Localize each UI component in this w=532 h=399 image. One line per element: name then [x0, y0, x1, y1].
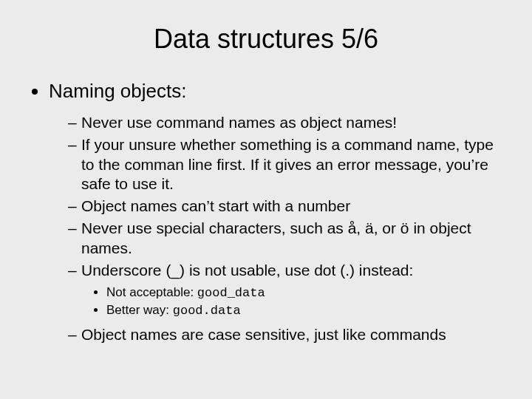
- subdot-item: Better way: good.data: [106, 302, 510, 318]
- dash-item: Never use special characters, such as å,…: [68, 219, 510, 258]
- dash-list: Never use command names as object names!…: [49, 113, 510, 344]
- subdot-label: Better way:: [106, 303, 173, 317]
- top-bullet: Naming objects: Never use command names …: [49, 80, 510, 344]
- dash-item: Object names can’t start with a number: [68, 197, 510, 216]
- dash-item: Underscore (_) is not usable, use dot (.…: [68, 261, 510, 319]
- dash-item-text: Underscore (_) is not usable, use dot (.…: [81, 262, 413, 279]
- subdot-label: Not acceptable:: [106, 285, 197, 299]
- slide-title: Data structures 5/6: [22, 24, 510, 55]
- code-example: good_data: [197, 286, 265, 300]
- dash-item: Object names are case sensitive, just li…: [68, 325, 510, 344]
- code-example: good.data: [173, 304, 241, 318]
- subdot-item: Not acceptable: good_data: [106, 284, 510, 301]
- top-bullet-text: Naming objects:: [49, 80, 186, 102]
- slide: Data structures 5/6 Naming objects: Neve…: [0, 0, 532, 399]
- subdot-list: Not acceptable: good_data Better way: go…: [81, 284, 510, 319]
- top-list: Naming objects: Never use command names …: [22, 80, 510, 344]
- dash-item: If your unsure whether something is a co…: [68, 135, 510, 194]
- dash-item: Never use command names as object names!: [68, 113, 510, 132]
